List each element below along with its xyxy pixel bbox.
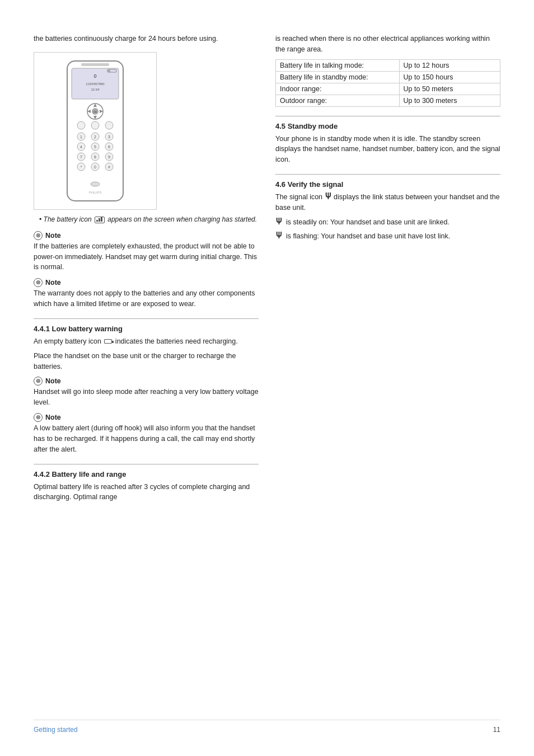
note-word-3: Note [45, 377, 61, 385]
divider-3 [275, 116, 500, 116]
svg-point-14 [77, 121, 85, 129]
left-column: the batteries continuously charge for 24… [34, 34, 259, 703]
bullet-text: The battery icon appears on the screen w… [44, 215, 257, 223]
note-icon-2: ⊜ [34, 278, 43, 287]
svg-rect-6 [107, 69, 110, 72]
signal-item-1-text: is steadily on: Your handset and base un… [286, 217, 449, 228]
svg-text:*: * [81, 165, 82, 169]
svg-point-16 [105, 121, 113, 129]
divider-4 [275, 174, 500, 175]
signal-icon-1: Ψ [276, 217, 282, 226]
svg-text:#: # [108, 165, 110, 169]
note-label-2: ⊜ Note [34, 278, 259, 287]
svg-point-15 [91, 121, 99, 129]
right-column: is reached when there is no other electr… [275, 34, 500, 703]
note-block-3: ⊜ Note Handset will go into sleep mode a… [34, 377, 259, 408]
svg-text:0: 0 [94, 165, 96, 169]
table-cell-value: Up to 12 hours [399, 59, 500, 71]
note-label-1: ⊜ Note [34, 231, 259, 240]
note-text-2: The warranty does not apply to the batte… [34, 288, 259, 309]
note-word-2: Note [45, 279, 61, 287]
spec-table: Battery life in talking mode:Up to 12 ho… [275, 59, 500, 107]
table-cell-value: Up to 300 meters [399, 95, 500, 106]
svg-text:12:34: 12:34 [91, 88, 100, 91]
svg-text:3: 3 [108, 135, 110, 139]
footer-left: Getting started [34, 726, 78, 734]
svg-text:4: 4 [80, 145, 82, 149]
table-row: Indoor range:Up to 50 meters [276, 83, 500, 95]
main-content: the batteries continuously charge for 24… [34, 34, 500, 703]
note-text-3: Handset will go into sleep mode after re… [34, 387, 259, 408]
note-icon-4: ⊜ [34, 413, 43, 422]
section-45-text: Your phone is in standby mode when it is… [275, 134, 500, 165]
table-cell-label: Battery life in standby mode: [276, 71, 400, 83]
table-cell-label: Outdoor range: [276, 95, 400, 106]
note-block-4: ⊜ Note A low battery alert (during off h… [34, 413, 259, 454]
section-45-title: 4.5 Standby mode [275, 122, 500, 130]
svg-text:7: 7 [80, 155, 82, 159]
note-word-1: Note [45, 232, 61, 240]
signal-icon-2: Ψ [276, 231, 282, 240]
signal-item-2-text: is flashing: Your handset and base unit … [286, 231, 450, 242]
note-text-1: If the batteries are completely exhauste… [34, 241, 259, 273]
phone-image-container: 0 1234567890 12:34 OK [34, 52, 157, 210]
svg-text:OK: OK [93, 110, 97, 114]
svg-text:PHILIPS: PHILIPS [88, 191, 101, 194]
svg-rect-43 [81, 63, 109, 66]
note-text-4: A low battery alert (during off hook) wi… [34, 423, 259, 454]
signal-item-2: Ψ is flashing: Your handset and base uni… [275, 231, 500, 242]
divider-2 [34, 464, 259, 464]
bullet-text-container: • The battery icon appears on the screen… [39, 215, 259, 223]
section-46-title: 4.6 Verify the signal [275, 180, 500, 189]
phone-svg: 0 1234567890 12:34 OK [62, 58, 129, 204]
note-label-3: ⊜ Note [34, 377, 259, 386]
empty-battery-icon [104, 339, 112, 344]
section-442-title: 4.4.2 Battery life and range [34, 470, 259, 478]
section-442-text: Optimal battery life is reached after 3 … [34, 482, 259, 503]
section-441-text1: An empty battery icon indicates the batt… [34, 336, 259, 347]
signal-item-1: Ψ is steadily on: Your handset and base … [275, 217, 500, 228]
svg-text:2: 2 [94, 135, 96, 139]
footer-right: 11 [493, 726, 500, 734]
table-cell-value: Up to 150 hours [399, 71, 500, 83]
note-word-4: Note [45, 414, 61, 421]
table-row: Battery life in talking mode:Up to 12 ho… [276, 59, 500, 71]
table-cell-label: Battery life in talking mode: [276, 59, 400, 71]
battery-charging-icon [95, 217, 105, 223]
svg-point-41 [91, 182, 100, 186]
svg-text:9: 9 [108, 155, 110, 159]
svg-text:5: 5 [94, 145, 96, 149]
bullet-dot: • [39, 215, 44, 223]
svg-text:6: 6 [108, 145, 110, 149]
table-row: Outdoor range:Up to 300 meters [276, 95, 500, 106]
svg-text:1: 1 [80, 135, 82, 139]
note-icon-1: ⊜ [34, 231, 43, 240]
table-row: Battery life in standby mode:Up to 150 h… [276, 71, 500, 83]
intro-text: the batteries continuously charge for 24… [34, 34, 259, 44]
divider-1 [34, 318, 259, 319]
signal-icon-inline: Ψ [325, 192, 331, 201]
svg-text:1234567890: 1234567890 [86, 82, 105, 86]
right-intro-text: is reached when there is no other electr… [275, 34, 500, 55]
note-icon-3: ⊜ [34, 377, 43, 386]
section-441-text2: Place the handset on the base unit or th… [34, 351, 259, 372]
note-block-1: ⊜ Note If the batteries are completely e… [34, 231, 259, 273]
spec-table-body: Battery life in talking mode:Up to 12 ho… [276, 59, 500, 106]
note-block-2: ⊜ Note The warranty does not apply to th… [34, 278, 259, 309]
page: the batteries continuously charge for 24… [0, 0, 534, 756]
note-label-4: ⊜ Note [34, 413, 259, 422]
table-cell-label: Indoor range: [276, 83, 400, 95]
svg-text:0: 0 [93, 73, 96, 79]
footer: Getting started 11 [34, 720, 500, 734]
section-441-title: 4.4.1 Low battery warning [34, 325, 259, 333]
table-cell-value: Up to 50 meters [399, 83, 500, 95]
section-46-intro: The signal icon Ψ displays the link stat… [275, 192, 500, 213]
svg-text:8: 8 [94, 155, 96, 159]
